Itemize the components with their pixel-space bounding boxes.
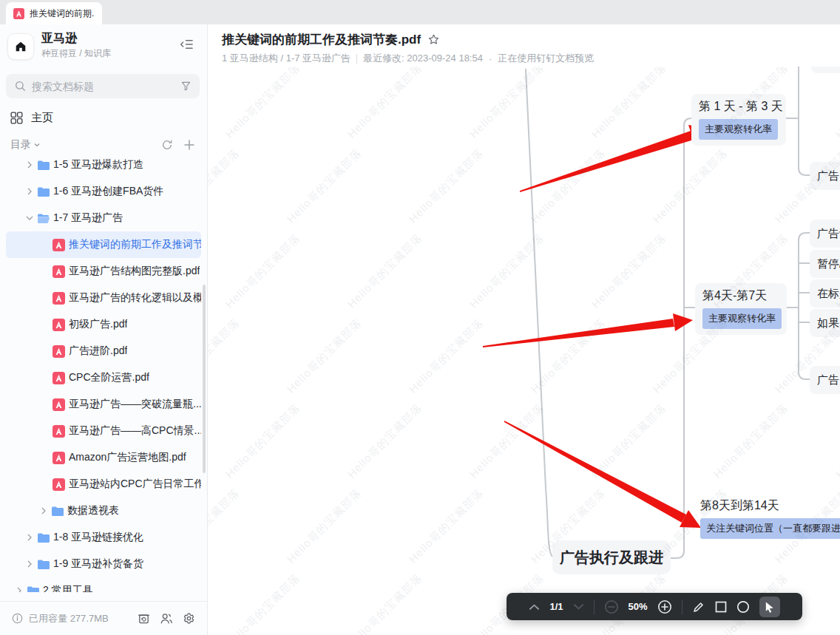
dot-separator: · xyxy=(489,53,492,64)
folder-icon xyxy=(37,532,53,543)
tree-item-folder[interactable]: 数据透视表 xyxy=(6,498,201,524)
preview-status: 正在使用钉钉文档预览 xyxy=(498,52,594,65)
workspace-breadcrumb: 种豆得豆 / 知识库 xyxy=(41,47,111,60)
tree-item-folder[interactable]: 2 常用工具 xyxy=(6,577,201,592)
breadcrumb[interactable]: 1 亚马逊结构 / 1-7 亚马逊广告 xyxy=(222,52,350,65)
directory-toggle[interactable]: 目录 xyxy=(10,138,41,152)
mindmap-child-node-clipped[interactable]: 在标题 xyxy=(810,279,840,308)
tree-item-pdf[interactable]: 初级广告.pdf xyxy=(6,311,201,338)
filter-icon[interactable] xyxy=(181,81,191,91)
node-title: 第4天-第7天 xyxy=(702,288,779,304)
tree-item-label: 1-7 亚马逊广告 xyxy=(53,211,123,225)
page-up-icon[interactable] xyxy=(529,603,540,611)
info-icon[interactable] xyxy=(12,613,23,624)
pencil-tool-icon[interactable] xyxy=(692,600,705,614)
tree-item-pdf[interactable]: 推关键词的前期工作及推词节... xyxy=(6,231,201,258)
chevron-down-icon xyxy=(33,141,41,149)
chevron-right-icon[interactable] xyxy=(25,533,37,542)
page-indicator: 1/1 xyxy=(549,601,563,612)
pdf-file-icon xyxy=(52,345,69,358)
tree-item-label: 1-5 亚马逊爆款打造 xyxy=(53,158,143,172)
divider xyxy=(682,600,682,614)
divider xyxy=(356,54,357,64)
tree-item-label: 1-9 亚马逊补货备货 xyxy=(53,557,143,571)
node-chip: 主要观察转化率 xyxy=(702,308,782,329)
tree-item-pdf[interactable]: 亚马逊广告结构图完整版.pdf xyxy=(6,258,201,285)
rectangle-tool-icon[interactable] xyxy=(715,601,727,613)
tree-item-label: 亚马逊广告——高CPC情景... xyxy=(69,424,201,438)
chevron-right-icon[interactable] xyxy=(15,586,27,592)
pdf-file-icon xyxy=(52,292,69,305)
recycle-bin-icon[interactable] xyxy=(138,612,150,625)
tree-item-folder[interactable]: 1-6 亚马逊创建FBA货件 xyxy=(6,178,201,205)
folder-icon xyxy=(51,506,67,517)
tree-item-label: 亚马逊广告——突破流量瓶... xyxy=(69,398,201,411)
tree-item-label: 推关键词的前期工作及推词节... xyxy=(69,238,201,251)
tree-item-pdf[interactable]: 亚马逊广告的转化逻辑以及概... xyxy=(6,285,201,311)
chevron-right-icon[interactable] xyxy=(25,560,37,568)
refresh-icon[interactable] xyxy=(161,139,173,151)
tree-item-folder[interactable]: 1-5 亚马逊爆款打造 xyxy=(6,152,201,178)
zoom-in-icon[interactable] xyxy=(657,600,672,614)
document-tab[interactable]: 推关键词的前期... xyxy=(6,2,102,24)
home-icon xyxy=(14,40,27,53)
zoom-out-icon[interactable] xyxy=(604,600,619,614)
collapse-sidebar-icon[interactable] xyxy=(180,38,194,53)
tree-item-pdf[interactable]: CPC全阶运营.pdf xyxy=(6,364,201,391)
mindmap-child-node-clipped[interactable]: 广告关键词 xyxy=(810,366,840,394)
pdf-file-icon xyxy=(52,478,69,491)
search-box[interactable] xyxy=(6,74,200,98)
sidebar-item-home[interactable]: 主页 xyxy=(0,107,207,128)
gear-icon[interactable] xyxy=(183,612,195,625)
cursor-tool-icon[interactable] xyxy=(759,597,780,617)
chevron-right-icon[interactable] xyxy=(25,160,37,169)
page-down-icon[interactable] xyxy=(573,603,584,611)
sidebar-scrollbar[interactable] xyxy=(203,285,206,473)
node-chip: 关注关键词位置（一直都要跟进） xyxy=(700,518,840,539)
modified-timestamp: 最近修改: 2023-09-24 18:54 xyxy=(363,52,483,65)
pdf-file-icon xyxy=(52,452,69,464)
annotation-arrow-2 xyxy=(483,313,693,347)
preview-toolbar: 1/1 50% xyxy=(507,593,802,620)
clipped-node-edge xyxy=(811,67,840,73)
pdf-file-icon xyxy=(52,398,69,411)
star-icon[interactable] xyxy=(427,33,440,46)
pdf-file-icon xyxy=(52,239,69,251)
members-icon[interactable] xyxy=(160,612,173,625)
annotation-arrow-3 xyxy=(504,421,701,528)
search-input[interactable] xyxy=(32,81,175,92)
tree-item-pdf[interactable]: 亚马逊站内CPC广告日常工作... xyxy=(6,471,201,498)
pdf-preview-canvas[interactable]: 第 1 天 - 第 3 天 主要观察转化率 第4天-第7天 主要观察转化率 第8… xyxy=(208,67,840,635)
window-tab-bar: 推关键词的前期... xyxy=(0,0,840,24)
tree-item-pdf[interactable]: 广告进阶.pdf xyxy=(6,338,201,364)
tree-item-folder[interactable]: 1-9 亚马逊补货备货 xyxy=(6,551,201,577)
add-icon[interactable] xyxy=(183,139,195,151)
tree-item-folder[interactable]: 1-7 亚马逊广告 xyxy=(6,205,201,231)
tree-item-pdf[interactable]: Amazon广告运营地图.pdf xyxy=(6,444,201,471)
tree-item-folder[interactable]: 1-8 亚马逊链接优化 xyxy=(6,524,201,551)
pdf-file-icon xyxy=(52,425,69,438)
circle-tool-icon[interactable] xyxy=(736,600,750,614)
chevron-right-icon[interactable] xyxy=(25,187,37,196)
mindmap-child-node-clipped[interactable]: 如果关键词 xyxy=(810,309,840,337)
workspace-logo[interactable] xyxy=(7,33,34,60)
mindmap-child-node-clipped[interactable]: 广告词 xyxy=(810,220,840,248)
pdf-file-icon xyxy=(52,265,69,278)
page-title: 推关键词的前期工作及推词节奏.pdf xyxy=(222,31,421,48)
mindmap-child-node-clipped[interactable]: 暂停/否定 xyxy=(810,250,840,278)
tree-item-label: 初级广告.pdf xyxy=(69,318,127,331)
tree-item-label: CPC全阶运营.pdf xyxy=(69,371,149,384)
tree-item-pdf[interactable]: 亚马逊广告——高CPC情景... xyxy=(6,418,201,444)
workspace-title: 亚马逊 xyxy=(41,31,77,47)
workspace-header: 亚马逊 种豆得豆 / 知识库 xyxy=(0,30,207,65)
tree-item-pdf[interactable]: 亚马逊广告——突破流量瓶... xyxy=(6,391,201,418)
mindmap-node-day1-3[interactable]: 第 1 天 - 第 3 天 主要观察转化率 xyxy=(691,94,786,146)
search-icon xyxy=(15,81,26,92)
mindmap-node-day8-14[interactable]: 第8天到第14天 关注关键词位置（一直都要跟进） xyxy=(693,493,840,545)
folder-icon xyxy=(27,585,43,593)
mindmap-node-root[interactable]: 广告执行及跟进 xyxy=(552,540,671,574)
chevron-right-icon[interactable] xyxy=(39,506,51,515)
mindmap-node-day4-7[interactable]: 第4天-第7天 主要观察转化率 xyxy=(695,283,787,335)
chevron-down-icon[interactable] xyxy=(25,214,37,223)
mindmap-child-node-clipped[interactable]: 广告关键词 xyxy=(810,162,840,190)
